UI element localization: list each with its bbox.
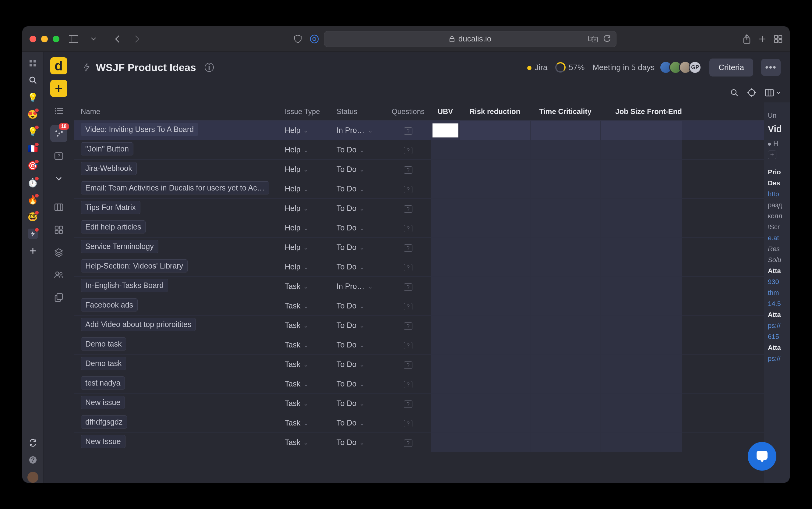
issue-type-dropdown[interactable]: Help⌄ xyxy=(285,224,337,232)
issue-type-dropdown[interactable]: Task⌄ xyxy=(285,340,337,349)
target-icon[interactable]: 🎯 xyxy=(28,160,38,171)
question-icon[interactable]: ? xyxy=(404,127,412,135)
ducalis-logo[interactable]: d xyxy=(50,57,67,74)
status-dropdown[interactable]: To Do⌄ xyxy=(337,224,385,232)
js-cell[interactable] xyxy=(601,296,682,315)
translate-icon[interactable]: 文A xyxy=(588,35,598,43)
risk-cell[interactable] xyxy=(460,179,530,198)
col-risk[interactable]: Risk reduction xyxy=(459,107,530,116)
issue-type-dropdown[interactable]: Task⌄ xyxy=(285,282,337,291)
question-icon[interactable]: ? xyxy=(404,420,412,427)
table-row[interactable]: Facebook ads Task⌄ To Do⌄ ? xyxy=(74,296,764,316)
question-icon[interactable]: ? xyxy=(404,323,412,330)
js-cell[interactable] xyxy=(601,257,682,276)
fire-icon[interactable]: 🔥 xyxy=(28,195,38,205)
share-icon[interactable] xyxy=(743,34,751,44)
risk-cell[interactable] xyxy=(460,257,530,276)
table-row[interactable]: Edit help articles Help⌄ To Do⌄ ? xyxy=(74,218,764,238)
risk-cell[interactable] xyxy=(460,199,530,218)
issue-type-dropdown[interactable]: Task⌄ xyxy=(285,438,337,447)
criteria-button[interactable]: Criteria xyxy=(709,59,753,76)
issue-type-dropdown[interactable]: Task⌄ xyxy=(285,321,337,330)
status-dropdown[interactable]: To Do⌄ xyxy=(337,263,385,271)
status-dropdown[interactable]: To Do⌄ xyxy=(337,340,385,349)
table-row[interactable]: test nadya Task⌄ To Do⌄ ? xyxy=(74,374,764,394)
risk-cell[interactable] xyxy=(460,413,530,433)
issue-type-dropdown[interactable]: Task⌄ xyxy=(285,399,337,408)
js-cell[interactable] xyxy=(601,160,682,179)
issue-type-dropdown[interactable]: Help⌄ xyxy=(285,184,337,193)
tc-cell[interactable] xyxy=(530,140,600,160)
js-cell[interactable] xyxy=(601,374,682,394)
grid-icon[interactable] xyxy=(50,221,67,238)
progress-label[interactable]: 57% xyxy=(555,62,585,72)
question-icon[interactable]: ? xyxy=(404,303,412,310)
close-window-button[interactable] xyxy=(30,36,36,42)
issue-type-dropdown[interactable]: Task⌄ xyxy=(285,418,337,427)
heart-eyes-icon[interactable]: 😍 xyxy=(28,109,38,120)
ubv-cell[interactable] xyxy=(431,374,459,394)
js-cell[interactable] xyxy=(601,140,682,160)
ubv-cell[interactable] xyxy=(431,335,459,354)
tc-cell[interactable] xyxy=(530,179,600,198)
risk-cell[interactable] xyxy=(460,433,530,452)
question-icon[interactable]: ? xyxy=(404,244,412,252)
js-cell[interactable] xyxy=(601,413,682,433)
question-icon[interactable]: ? xyxy=(404,283,412,291)
js-cell[interactable] xyxy=(601,335,682,354)
table-row[interactable]: "Join" Button Help⌄ To Do⌄ ? xyxy=(74,140,764,160)
status-dropdown[interactable]: In Pro…⌄ xyxy=(337,126,385,135)
minimize-window-button[interactable] xyxy=(41,36,48,42)
status-dropdown[interactable]: To Do⌄ xyxy=(337,301,385,310)
col-ubv[interactable]: UBV xyxy=(431,107,459,116)
forward-button[interactable] xyxy=(132,34,143,44)
add-board-button[interactable]: + xyxy=(50,80,67,97)
help-icon[interactable]: ? xyxy=(28,455,38,465)
ubv-cell[interactable] xyxy=(431,179,459,198)
issue-type-dropdown[interactable]: Help⌄ xyxy=(285,263,337,271)
ubv-cell[interactable] xyxy=(431,394,459,413)
tc-cell[interactable] xyxy=(530,218,600,237)
js-cell[interactable] xyxy=(601,277,682,296)
panel-add-btn[interactable]: + xyxy=(768,150,786,159)
meeting-label[interactable]: Meeting in 5 days xyxy=(592,63,655,72)
chevron-down-rail-icon[interactable] xyxy=(50,170,67,187)
issue-type-dropdown[interactable]: Help⌄ xyxy=(285,165,337,174)
risk-cell[interactable] xyxy=(460,121,530,140)
url-bar[interactable]: ducalis.io 文A xyxy=(324,31,617,47)
ubv-cell[interactable] xyxy=(431,433,459,452)
ubv-cell[interactable] xyxy=(431,199,459,218)
question-icon[interactable]: ? xyxy=(404,225,412,232)
lightbulb-dark-icon[interactable]: 💡 xyxy=(28,126,38,137)
inbox-icon[interactable]: ? xyxy=(50,147,67,165)
tc-cell[interactable] xyxy=(530,355,600,374)
copy-icon[interactable] xyxy=(50,289,67,306)
ubv-cell[interactable] xyxy=(431,316,459,335)
status-dropdown[interactable]: To Do⌄ xyxy=(337,145,385,154)
panel-link[interactable]: http xyxy=(768,190,786,198)
table-search-icon[interactable] xyxy=(730,89,739,97)
tc-cell[interactable] xyxy=(530,374,600,394)
issue-type-dropdown[interactable]: Task⌄ xyxy=(285,379,337,388)
table-row[interactable]: Add Video about top prioroitites Task⌄ T… xyxy=(74,316,764,335)
ubv-cell[interactable] xyxy=(431,355,459,374)
risk-cell[interactable] xyxy=(460,218,530,237)
tc-cell[interactable] xyxy=(530,316,600,335)
intercom-button[interactable] xyxy=(748,442,776,471)
risk-cell[interactable] xyxy=(460,335,530,354)
new-tab-icon[interactable] xyxy=(758,35,767,43)
issue-type-dropdown[interactable]: Help⌄ xyxy=(285,243,337,252)
tc-cell[interactable] xyxy=(530,413,600,433)
nerd-icon[interactable]: 🤓 xyxy=(28,211,38,222)
table-row[interactable]: dfhdfgsgdz Task⌄ To Do⌄ ? xyxy=(74,413,764,433)
issue-type-dropdown[interactable]: Task⌄ xyxy=(285,360,337,369)
question-icon[interactable]: ? xyxy=(404,362,412,369)
table-row[interactable]: Help-Section: Videos' Library Help⌄ To D… xyxy=(74,257,764,277)
status-dropdown[interactable]: To Do⌄ xyxy=(337,184,385,193)
table-row[interactable]: New Issue Task⌄ To Do⌄ ? xyxy=(74,433,764,452)
ubv-cell[interactable] xyxy=(433,124,458,137)
matrix-view-icon[interactable]: 18 xyxy=(50,125,67,142)
lightbulb-icon[interactable]: 💡 xyxy=(28,92,38,102)
tc-cell[interactable] xyxy=(530,296,600,315)
clock-icon[interactable]: ⏱️ xyxy=(28,177,38,188)
